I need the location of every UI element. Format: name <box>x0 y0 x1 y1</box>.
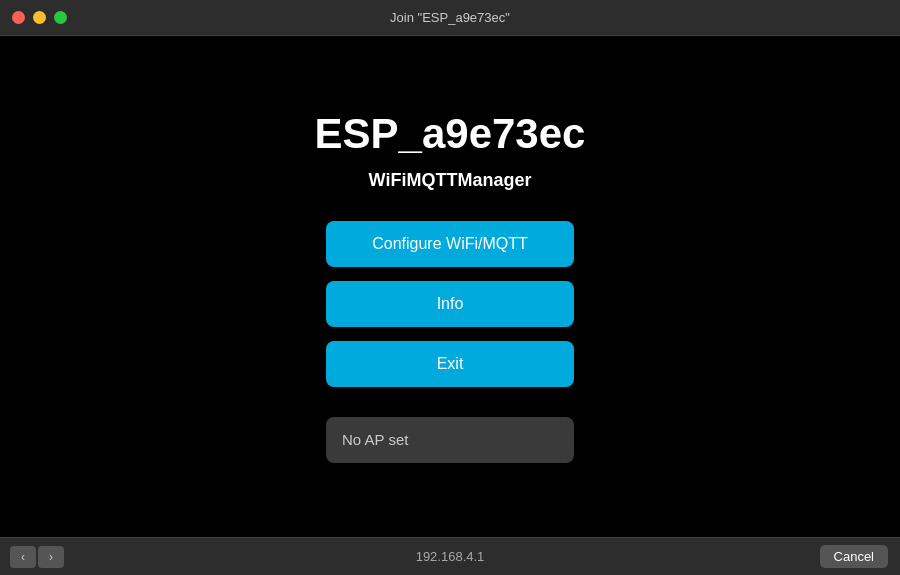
minimize-button[interactable] <box>33 11 46 24</box>
main-content: ESP_a9e73ec WiFiMQTTManager Configure Wi… <box>0 36 900 537</box>
no-ap-box: No AP set <box>326 417 574 463</box>
info-button[interactable]: Info <box>326 281 574 327</box>
nav-buttons: ‹ › <box>10 546 64 568</box>
maximize-button[interactable] <box>54 11 67 24</box>
forward-button[interactable]: › <box>38 546 64 568</box>
window-title: Join "ESP_a9e73ec" <box>390 10 510 25</box>
device-name: ESP_a9e73ec <box>315 110 586 158</box>
manager-name: WiFiMQTTManager <box>369 170 532 191</box>
bottom-bar: ‹ › 192.168.4.1 Cancel <box>0 537 900 575</box>
no-ap-text: No AP set <box>342 431 408 448</box>
ip-address: 192.168.4.1 <box>416 549 485 564</box>
configure-wifi-button[interactable]: Configure WiFi/MQTT <box>326 221 574 267</box>
window-controls <box>12 11 67 24</box>
back-button[interactable]: ‹ <box>10 546 36 568</box>
exit-button[interactable]: Exit <box>326 341 574 387</box>
cancel-button[interactable]: Cancel <box>820 545 888 568</box>
close-button[interactable] <box>12 11 25 24</box>
title-bar: Join "ESP_a9e73ec" <box>0 0 900 36</box>
